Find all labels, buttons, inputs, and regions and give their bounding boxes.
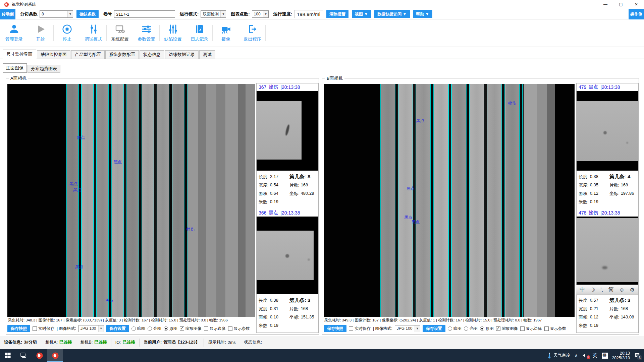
run-mode-select[interactable]: 双面检测 ▼ [201,10,226,18]
view-menu-button[interactable]: 视图 ▼ [352,10,371,18]
exit-program-button[interactable]: 退出程序 [239,19,266,47]
realtime-save-label: 实时保存 [38,326,54,331]
help-menu-button[interactable]: 帮助 ▼ [413,10,432,18]
original-image-radio[interactable]: 原图 [480,326,494,331]
action-label: 管理登录 [5,36,23,42]
transmission-side-button[interactable]: 传动侧 [0,9,15,19]
parameter-settings-button[interactable]: 参数设置 [133,19,160,47]
defect-card-header: 367 挫伤 |20:13:38 [257,83,318,91]
show-hidden-icons-chevron[interactable]: ∧ [575,353,578,358]
clear-alarm-button[interactable]: 清除报警 [326,10,348,18]
tab-defect-monitor[interactable]: 缺陷监控界面 [37,50,70,59]
start-button[interactable] [0,349,16,362]
defect-label: 黑点 [412,219,420,225]
checkbox-icon [228,326,232,331]
taskbar-clock[interactable]: 20:13 2025/2/10 [612,351,630,360]
ime-emoji-icon[interactable]: ☺ [619,287,624,293]
defect-id: 478 [579,210,586,216]
running-app-button[interactable] [47,349,63,362]
bright-image-radio[interactable]: 亮图 [148,326,161,331]
defect-settings-button[interactable]: 缺陷设置 [160,19,186,47]
slit-count-select[interactable]: 8 ▼ [40,10,73,18]
admin-login-button[interactable]: 管理登录 [1,19,27,47]
save-settings-button[interactable]: 保存设置 [423,325,445,332]
chart-points-select[interactable]: 100 ▼ [252,10,269,18]
tab-status-info[interactable]: 状态信息 [140,50,164,59]
tab-size-monitor[interactable]: 尺寸监控界面 [3,50,36,59]
defect-thumbnail [577,91,638,171]
zoom-image-checkbox[interactable]: 缩放图像 [496,326,518,331]
chevron-down-icon: ▼ [263,11,268,17]
chevron-down-icon: ▼ [67,11,73,17]
weather-widget[interactable]: 天气寒冷 [547,352,570,359]
ime-punctuation-icon[interactable]: ’, [600,287,603,293]
subtab-distribution-chart[interactable]: 分布趋势图表 [28,65,60,73]
chevron-down-icon: ▼ [415,325,420,332]
radio-icon [464,326,468,331]
task-view-button[interactable] [16,349,32,362]
zoom-image-label: 缩放图像 [502,326,518,331]
ime-settings-gear-icon[interactable]: ⚙ [630,287,635,293]
ime-mode-indicator[interactable]: 拼 [602,353,608,359]
confirm-count-button[interactable]: 确认条数 [76,10,99,18]
tab-system-param-config[interactable]: 系统参数配置 [105,50,139,59]
main-toolbar: 传动侧 分切条数 8 ▼ 确认条数 卷号 运行模式: 双面检测 ▼ 图表点数: … [0,9,644,19]
connected-status: 已连接 [59,340,72,345]
save-snapshot-button[interactable]: 保存快照 [7,325,30,332]
roll-number-label: 卷号 [103,11,112,17]
operation-side-button[interactable]: 操作侧 [629,9,644,19]
close-button[interactable]: ✕ [629,0,644,9]
system-config-button[interactable]: 系统配置 [107,19,133,47]
zoom-image-checkbox[interactable]: 缩放图像 [180,326,202,331]
dark-image-radio[interactable]: 暗图 [448,326,462,331]
defect-thumbnail [577,217,638,294]
app-logo-icon [4,2,9,7]
debug-mode-button[interactable]: 调试模式 [80,19,107,47]
start-button[interactable]: 开始 [27,19,54,47]
stop-button[interactable]: 停止 [54,19,80,47]
image-format-label: | 图像格式: [57,326,76,331]
original-image-label: 原图 [169,326,177,331]
save-snapshot-button[interactable]: 保存快照 [324,325,346,332]
minimize-button[interactable]: — [598,0,613,9]
action-toolbar: 管理登录 开始 停止 调试模式 系统配置 [0,19,644,47]
tab-product-model-config[interactable]: 产品型号配置 [71,50,105,59]
language-indicator[interactable]: 英 [593,353,597,359]
taskbar-time: 20:13 [620,351,630,356]
notification-center-button[interactable]: 6 [634,353,640,358]
maximize-button[interactable]: ▢ [613,0,629,9]
image-format-select[interactable]: JPG 100 ▼ [395,325,420,332]
ime-halfmoon-icon[interactable]: ☽ [590,287,595,293]
original-image-radio[interactable]: 原图 [164,326,177,331]
tab-test[interactable]: 测试 [199,50,215,59]
show-edge-label: 显示边缘 [210,326,226,331]
record-video-button[interactable]: 摄像 [213,19,239,47]
save-settings-button[interactable]: 保存设置 [106,325,129,332]
sliders-vertical-icon [88,24,99,35]
ime-chinese-mode[interactable]: 中 [580,286,585,293]
tab-edge-data-record[interactable]: 边缘数据记录 [165,50,199,59]
bright-image-radio[interactable]: 亮图 [464,326,478,331]
volume-muted-button[interactable]: ✕ [582,353,588,358]
dark-image-radio[interactable]: 暗图 [131,326,145,331]
chart-points-label: 图表点数: [231,11,250,17]
log-record-button[interactable]: 日志记录 [186,19,213,47]
realtime-save-checkbox[interactable]: 实时保存 [33,326,54,331]
image-format-select[interactable]: JPG 100 ▼ [78,325,104,332]
ime-simplified-mode[interactable]: 简 [608,286,614,293]
subtab-front-image[interactable]: 正面图像 [3,63,27,73]
defect-card-header: 479 黑点 |20:13:38 [577,83,638,91]
checkbox-icon [544,326,549,331]
show-count-checkbox[interactable]: 显示条数 [228,326,250,331]
quick-access-menu-button[interactable]: 数据快捷访问 ▼ [374,10,410,18]
user-icon [8,24,20,35]
radio-selected-icon [480,326,484,331]
defect-label: 黑点 [75,264,83,270]
show-edge-checkbox[interactable]: 显示边缘 [204,326,226,331]
realtime-save-checkbox[interactable]: 实时保存 [349,326,371,331]
show-count-checkbox[interactable]: 显示条数 [544,326,566,331]
pinned-app-button[interactable] [32,349,47,362]
roll-number-input[interactable] [114,10,175,18]
show-edge-checkbox[interactable]: 显示边缘 [520,326,542,331]
web-region [524,84,555,317]
